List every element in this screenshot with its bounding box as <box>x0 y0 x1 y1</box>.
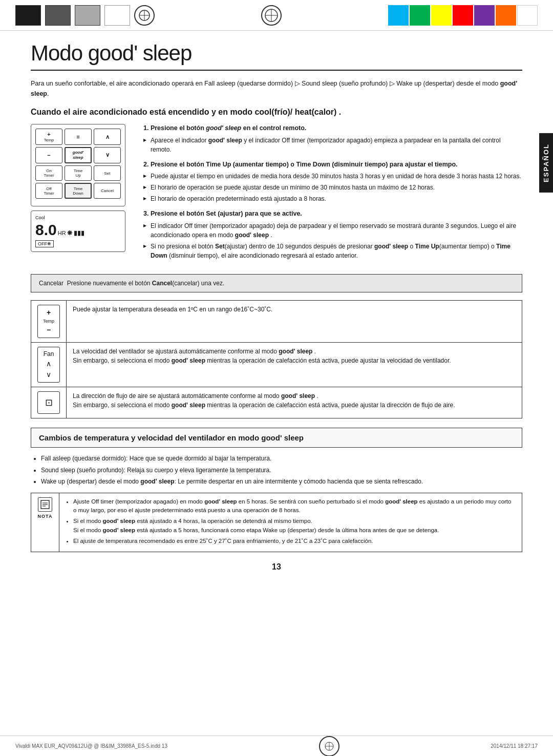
color-bar-red <box>453 5 473 26</box>
note-bullet-2: Si el modo good' sleep está ajustado a 4… <box>73 517 516 535</box>
feature-icon-airflow: ⊡ <box>31 387 67 418</box>
step-3-bullets: El indicador Off timer (temporizador apa… <box>143 221 522 260</box>
side-tab-espanol: ESPAÑOL <box>539 133 553 193</box>
top-bar <box>0 0 553 31</box>
cancel-box: Cancelar Presione nuevamente el botón Ca… <box>31 274 522 292</box>
bottom-reg-circle <box>319 736 339 757</box>
feature-row-temp: + Temp − Puede ajustar la temperatura de… <box>31 300 522 343</box>
color-swatch-lightgray <box>75 5 100 26</box>
page-number: 13 <box>31 562 522 572</box>
display-icons-extra: ❋ ▮▮▮ <box>67 229 84 237</box>
step-3-bullet-2: Si no presiona el botón Set(ajustar) den… <box>143 242 522 260</box>
display-cool-label: Cool <box>35 215 121 220</box>
note-content: Ajuste Off timer (temporizador apagado) … <box>59 493 522 552</box>
note-label-col: NOTA <box>31 493 59 552</box>
step-2-bullets: Puede ajustar el tiempo en unidades de m… <box>143 172 522 203</box>
intro-text: Para un sueño confortable, el aire acond… <box>31 80 500 87</box>
step-1-bullet-1: Aparece el indicador good' sleep y el in… <box>143 136 522 154</box>
feature-text-airflow: La dirección de flujo de aire se ajustar… <box>67 387 522 418</box>
feature-row-airflow: ⊡ La dirección de flujo de aire se ajust… <box>31 387 522 418</box>
remote-btn-cancel: Cancel <box>94 183 121 199</box>
page-title: Modo good' sleep <box>31 41 522 71</box>
remote-btn-set: Set <box>94 165 121 181</box>
section2-bullet-2: Sound sleep (sueño profundo): Relaja su … <box>41 466 522 475</box>
remote-btn-temp-plus: + Temp <box>35 129 62 145</box>
feature-icon-fan: Fan ∧ ∨ <box>31 343 67 387</box>
note-bullet-3: El ajuste de temperatura recomendado es … <box>73 537 516 545</box>
remote-illustration: + Temp ≡ ∧ − good'sleep <box>31 124 133 266</box>
feature-row-fan: Fan ∧ ∨ La velocidad del ventilador se a… <box>31 343 522 387</box>
section2-bullet-3: Wake up (despertar) desde el modo good' … <box>41 477 522 487</box>
note-icon <box>38 497 52 512</box>
remote-btn-on-timer: OnTimer <box>35 165 62 181</box>
section2-heading: Cambios de temperatura y velocidad del v… <box>31 428 522 448</box>
intro-paragraph: Para un sueño confortable, el aire acond… <box>31 78 522 99</box>
step-2-bullet-1: Puede ajustar el tiempo en unidades de m… <box>143 172 522 181</box>
note-bullet-1: Ajuste Off timer (temporizador apagado) … <box>73 497 516 515</box>
remote-btn-fan-down: ∨ <box>94 147 121 163</box>
step-1-bullets: Aparece el indicador good' sleep y el in… <box>143 136 522 154</box>
footer-left: Vivaldi MAX EUR_AQV09&12U@ @ IB&IM_33988… <box>15 743 167 749</box>
remote-box: + Temp ≡ ∧ − good'sleep <box>31 124 125 206</box>
color-swatch-white <box>104 5 130 26</box>
step-2-title: 2. Presione el botón Time Up (aumentar t… <box>143 160 522 170</box>
color-bar-yellow <box>431 5 452 26</box>
color-bar-purple <box>474 5 495 26</box>
section2-bullets: Fall asleep (quedarse dormido): Hace que… <box>31 454 522 487</box>
note-box: NOTA Ajuste Off timer (temporizador apag… <box>31 493 522 552</box>
remote-buttons-top: + Temp ≡ ∧ − good'sleep <box>35 129 121 198</box>
feature-text-fan: La velocidad del ventilador se ajustará … <box>67 343 522 387</box>
center-registration-circle <box>261 5 282 26</box>
remote-btn-temp-minus: − <box>35 147 62 163</box>
intro-text2: . <box>47 90 49 97</box>
step-2-bullet-2: El horario de operación se puede ajustar… <box>143 183 522 192</box>
note-label-text: NOTA <box>38 514 53 519</box>
step-3: 3. Presione el botón Set (ajustar) para … <box>143 209 522 260</box>
step-1-title: 1. Presione el botón good' sleep en el c… <box>143 124 522 133</box>
step-3-title: 3. Presione el botón Set (ajustar) para … <box>143 209 522 219</box>
color-swatch-darkgray <box>45 5 71 26</box>
bottom-bar: Vivaldi MAX EUR_AQV09&12U@ @ IB&IM_33988… <box>0 736 553 756</box>
color-bar-cyan <box>388 5 409 26</box>
feature-icon-temp: + Temp − <box>31 300 67 343</box>
footer-right: 2014/12/11 18:27:17 <box>491 743 538 749</box>
section1-heading: Cuando el aire acondicionado está encend… <box>31 107 522 118</box>
display-hr: HR <box>58 230 66 236</box>
color-bars <box>388 5 538 26</box>
two-column-layout: + Temp ≡ ∧ − good'sleep <box>31 124 522 266</box>
remote-btn-time-down: TimeDown <box>65 183 92 199</box>
color-swatch-black <box>15 5 41 26</box>
step-1: 1. Presione el botón good' sleep en el c… <box>143 124 522 154</box>
remote-btn-fan-up: ∧ <box>94 129 121 145</box>
cancel-text-pre: Cancelar <box>39 280 63 287</box>
registration-circle <box>134 5 155 26</box>
display-off: OFF❋ <box>35 240 54 247</box>
page-content: ESPAÑOL Modo good' sleep Para un sueño c… <box>0 31 553 597</box>
color-bar-white <box>517 5 538 26</box>
step-3-bullet-1: El indicador Off timer (temporizador apa… <box>143 221 522 240</box>
step-2-bullet-3: El horario de operación predeterminado e… <box>143 194 522 203</box>
note-bullets: Ajuste Off timer (temporizador apagado) … <box>66 497 516 545</box>
feature-text-temp: Puede ajustar la temperatura deseada en … <box>67 300 522 343</box>
registration-marks <box>15 5 155 26</box>
feature-table: + Temp − Puede ajustar la temperatura de… <box>31 300 522 419</box>
remote-btn-time-up: TimeUp <box>65 165 92 181</box>
color-bar-green <box>410 5 430 26</box>
display-value: 8.0 <box>35 221 57 239</box>
display-panel: Cool 8.0 HR ❋ ▮▮▮ OFF❋ <box>31 211 125 252</box>
remote-btn-good-sleep: good'sleep <box>65 147 92 163</box>
remote-btn-off-timer: OffTimer <box>35 183 62 199</box>
color-bar-orange <box>496 5 516 26</box>
section2-bullet-1: Fall asleep (quedarse dormido): Hace que… <box>41 454 522 464</box>
step-2: 2. Presione el botón Time Up (aumentar t… <box>143 160 522 204</box>
display-digits: 8.0 HR ❋ ▮▮▮ <box>35 221 121 239</box>
remote-btn-fan: ≡ <box>65 129 92 145</box>
instructions-col: 1. Presione el botón good' sleep en el c… <box>143 124 522 266</box>
